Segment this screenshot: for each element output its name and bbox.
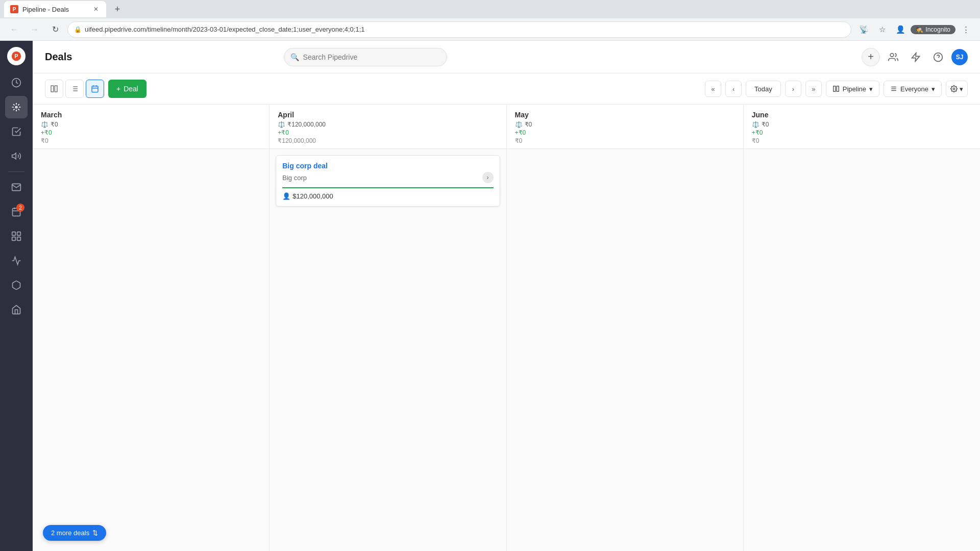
new-tab-button[interactable]: + bbox=[110, 2, 125, 16]
svg-rect-11 bbox=[12, 237, 16, 241]
march-balance-icon: ⚖️ bbox=[41, 121, 48, 128]
april-won: ₹120,000,000 bbox=[278, 137, 316, 144]
april-won-stat: ₹120,000,000 bbox=[278, 137, 498, 144]
today-button[interactable]: Today bbox=[746, 81, 781, 97]
sidebar-logo[interactable]: P bbox=[7, 47, 26, 65]
deal-card-nav-button[interactable]: › bbox=[482, 172, 494, 183]
sidebar-item-insights[interactable] bbox=[5, 249, 28, 272]
svg-rect-18 bbox=[55, 86, 57, 92]
list-view-button[interactable] bbox=[65, 80, 84, 98]
deal-card-bigcorp[interactable]: Big corp deal Big corp › 👤 $120,000,000 bbox=[276, 155, 500, 207]
svg-rect-12 bbox=[17, 237, 21, 241]
settings-button[interactable]: ▾ bbox=[946, 81, 968, 97]
may-won-stat: ₹0 bbox=[515, 137, 735, 144]
search-input[interactable] bbox=[303, 53, 440, 61]
tab-favicon: P bbox=[10, 5, 18, 13]
march-total: ₹0 bbox=[51, 121, 58, 128]
page-title: Deals bbox=[45, 51, 72, 63]
help-button[interactable] bbox=[929, 48, 947, 66]
toolbar: + Deal « ‹ Today › » Pipeline ▾ bbox=[33, 73, 980, 105]
sidebar-item-products[interactable] bbox=[5, 274, 28, 296]
everyone-filter-button[interactable]: Everyone ▾ bbox=[884, 81, 942, 97]
pipeline-filter-button[interactable]: Pipeline ▾ bbox=[826, 81, 879, 97]
month-june: June ⚖️ ₹0 +₹0 ₹0 bbox=[744, 105, 980, 551]
may-title: May bbox=[515, 111, 735, 119]
sidebar-item-deals[interactable] bbox=[5, 96, 28, 118]
address-bar[interactable]: 🔒 uifeed.pipedrive.com/timeline/month/20… bbox=[67, 21, 851, 38]
sidebar-item-tasks[interactable] bbox=[5, 120, 28, 143]
svg-marker-4 bbox=[12, 153, 16, 159]
forward-button[interactable]: → bbox=[27, 21, 43, 38]
may-total: ₹0 bbox=[525, 121, 532, 128]
sidebar-item-calendar[interactable]: 2 bbox=[5, 201, 28, 223]
nav-last-button[interactable]: » bbox=[805, 81, 822, 97]
refresh-button[interactable]: ↻ bbox=[47, 21, 63, 38]
june-added-stat: +₹0 bbox=[752, 129, 972, 136]
nav-first-button[interactable]: « bbox=[705, 81, 721, 97]
lock-icon: 🔒 bbox=[74, 26, 82, 33]
nav-next-button[interactable]: › bbox=[785, 81, 801, 97]
svg-point-34 bbox=[953, 88, 955, 90]
incognito-icon: 🕵 bbox=[916, 26, 923, 33]
tab-close-button[interactable]: ✕ bbox=[92, 5, 100, 13]
search-icon: 🔍 bbox=[290, 53, 299, 61]
svg-text:P: P bbox=[14, 53, 18, 59]
add-button[interactable]: + bbox=[862, 48, 880, 66]
kanban-view-button[interactable] bbox=[45, 80, 63, 98]
june-balance-icon: ⚖️ bbox=[752, 121, 760, 128]
avatar[interactable]: SJ bbox=[951, 49, 968, 65]
cast-icon[interactable]: 📡 bbox=[855, 21, 872, 38]
everyone-chevron-icon: ▾ bbox=[932, 85, 935, 93]
notifications-button[interactable] bbox=[906, 48, 925, 66]
sidebar-item-mail[interactable] bbox=[5, 176, 28, 198]
april-header: April ⚖️ ₹120,000,000 +₹0 ₹1 bbox=[270, 105, 506, 149]
sidebar-item-marketplace[interactable] bbox=[5, 298, 28, 321]
svg-rect-30 bbox=[837, 86, 839, 92]
toolbar-view-buttons bbox=[45, 80, 104, 98]
may-added: +₹0 bbox=[515, 129, 526, 136]
march-body bbox=[33, 149, 269, 551]
june-stats: ⚖️ ₹0 +₹0 ₹0 bbox=[752, 121, 972, 144]
nav-prev-button[interactable]: ‹ bbox=[725, 81, 742, 97]
calendar-badge: 2 bbox=[16, 204, 24, 212]
may-body bbox=[507, 149, 743, 551]
team-button[interactable] bbox=[884, 48, 902, 66]
header-actions: + SJ bbox=[862, 48, 968, 66]
browser-tab[interactable]: P Pipeline - Deals ✕ bbox=[4, 1, 106, 17]
main-content: Deals 🔍 + SJ bbox=[33, 41, 980, 551]
sidebar-item-reports[interactable] bbox=[5, 225, 28, 247]
sidebar-item-campaigns[interactable] bbox=[5, 145, 28, 167]
june-total: ₹0 bbox=[762, 121, 769, 128]
more-deals-label: 2 more deals bbox=[51, 529, 89, 537]
profile-icon[interactable]: 👤 bbox=[892, 21, 909, 38]
april-title: April bbox=[278, 111, 498, 119]
menu-icon[interactable]: ⋮ bbox=[958, 21, 974, 38]
june-won-stat: ₹0 bbox=[752, 137, 972, 144]
back-button[interactable]: ← bbox=[6, 21, 22, 38]
april-added-stat: +₹0 bbox=[278, 129, 498, 136]
month-march: March ⚖️ ₹0 +₹0 ₹0 bbox=[33, 105, 270, 551]
search-bar[interactable]: 🔍 bbox=[284, 48, 447, 66]
timeline-view-button[interactable] bbox=[86, 80, 104, 98]
june-won: ₹0 bbox=[752, 137, 760, 144]
april-stats: ⚖️ ₹120,000,000 +₹0 ₹120,000,000 bbox=[278, 121, 498, 144]
june-title: June bbox=[752, 111, 972, 119]
march-won-stat: ₹0 bbox=[41, 137, 261, 144]
deal-card-title[interactable]: Big corp deal bbox=[282, 162, 493, 170]
march-added: +₹0 bbox=[41, 129, 52, 136]
june-header: June ⚖️ ₹0 +₹0 ₹0 bbox=[744, 105, 980, 149]
tab-title: Pipeline - Deals bbox=[22, 6, 69, 13]
svg-point-3 bbox=[15, 106, 17, 108]
sidebar-item-activity[interactable] bbox=[5, 71, 28, 94]
bookmark-icon[interactable]: ☆ bbox=[874, 21, 890, 38]
may-stats: ⚖️ ₹0 +₹0 ₹0 bbox=[515, 121, 735, 144]
incognito-label: Incognito bbox=[925, 26, 950, 33]
month-may: May ⚖️ ₹0 +₹0 ₹0 bbox=[507, 105, 744, 551]
add-deal-icon: + bbox=[116, 85, 120, 93]
more-deals-button[interactable]: 2 more deals ⇅ bbox=[43, 525, 106, 541]
header: Deals 🔍 + SJ bbox=[33, 41, 980, 73]
svg-rect-29 bbox=[834, 86, 836, 92]
deal-card-company-row: Big corp › bbox=[282, 172, 493, 183]
add-deal-button[interactable]: + Deal bbox=[108, 80, 146, 98]
june-total-stat: ⚖️ ₹0 bbox=[752, 121, 972, 128]
